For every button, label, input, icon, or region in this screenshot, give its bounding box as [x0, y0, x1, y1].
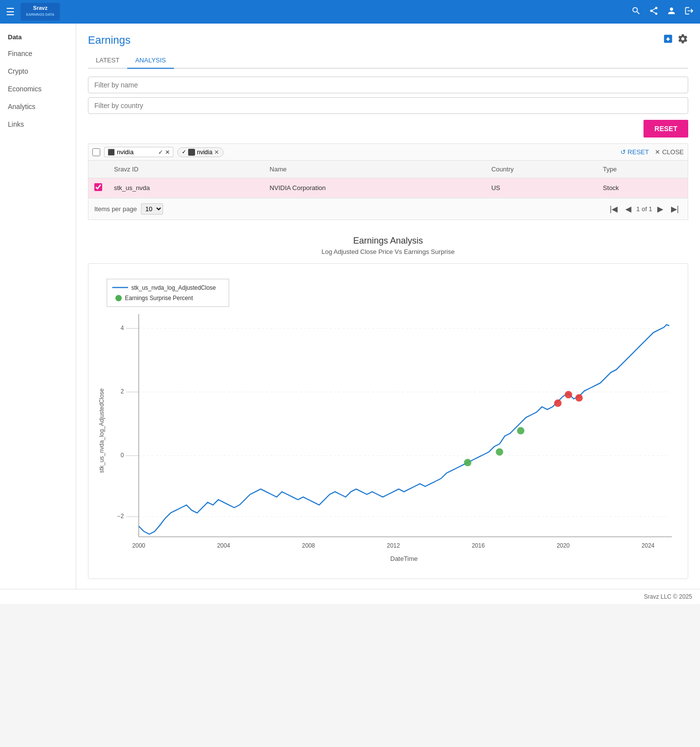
- filter-country-input[interactable]: [88, 97, 688, 114]
- table-filter-icon: ⬛: [108, 149, 115, 156]
- first-page-button[interactable]: |◀: [607, 203, 620, 215]
- row-type-cell: Stock: [597, 178, 688, 198]
- account-icon[interactable]: [667, 6, 676, 18]
- svg-text:0: 0: [121, 452, 124, 459]
- pagination-nav: |◀ ◀ 1 of 1 ▶ ▶|: [607, 203, 682, 215]
- chart-title: Earnings Analysis: [88, 236, 688, 246]
- row-country-cell: US: [485, 178, 597, 198]
- table-filter-input-wrap: ⬛ ✓ ✕: [104, 147, 173, 157]
- page-header-icons: [663, 33, 688, 47]
- svg-point-34: [554, 399, 561, 407]
- table-close-button[interactable]: ✕ CLOSE: [655, 148, 684, 156]
- chip-check-icon: ✓: [182, 149, 186, 155]
- filter-name-row: [88, 77, 688, 93]
- page-header: Earnings: [88, 33, 688, 47]
- svg-text:−2: −2: [117, 513, 124, 520]
- logout-icon[interactable]: [684, 6, 694, 18]
- chip-close-button[interactable]: ✕: [214, 149, 219, 156]
- table-col-type: Type: [597, 161, 688, 178]
- sidebar-item-crypto[interactable]: Crypto: [0, 62, 76, 80]
- filter-chip-nvidia: ✓ nvidia ✕: [177, 147, 224, 157]
- svg-text:2016: 2016: [472, 542, 485, 549]
- sidebar-item-analytics[interactable]: Analytics: [0, 98, 76, 115]
- table-filter-chip: ⬛ ✓ ✕: [104, 147, 173, 157]
- table-reset-button[interactable]: ↺ RESET: [620, 148, 649, 156]
- earnings-chart: stk_us_nvda_log_AdjustedClose Earnings S…: [96, 272, 680, 569]
- table-row[interactable]: stk_us_nvda NVIDIA Corporation US Stock: [88, 178, 688, 198]
- svg-point-36: [575, 394, 583, 401]
- svg-text:2020: 2020: [557, 542, 570, 549]
- sidebar: Data Finance Crypto Economics Analytics …: [0, 24, 76, 589]
- tabs: LATEST ANALYSIS: [88, 53, 688, 69]
- top-bar: ☰ Sravz EARNINGS DATA: [0, 0, 700, 24]
- row-checkbox-cell[interactable]: [88, 178, 108, 198]
- table-col-name: Name: [264, 161, 485, 178]
- share-icon[interactable]: [649, 6, 659, 18]
- tab-analysis[interactable]: ANALYSIS: [127, 53, 174, 69]
- tab-latest[interactable]: LATEST: [88, 53, 127, 69]
- row-name-cell: NVIDIA Corporation: [264, 178, 485, 198]
- chart-wrap: stk_us_nvda_log_AdjustedClose Earnings S…: [96, 272, 680, 571]
- footer-text: Sravz LLC © 2025: [644, 593, 692, 600]
- last-page-button[interactable]: ▶|: [668, 203, 682, 215]
- logo: Sravz EARNINGS DATA: [21, 3, 60, 21]
- reset-button[interactable]: RESET: [644, 120, 688, 138]
- table-header-row: Sravz ID Name Country Type: [88, 161, 688, 178]
- page-info: 1 of 1: [636, 205, 652, 213]
- svg-point-31: [464, 459, 471, 466]
- table-filter-actions: ↺ RESET ✕ CLOSE: [620, 148, 684, 156]
- svg-text:4: 4: [121, 325, 124, 332]
- table-row-checkbox-all[interactable]: [92, 148, 100, 156]
- svg-text:2000: 2000: [132, 542, 145, 549]
- table-filter-row: ⬛ ✓ ✕ ✓ nvidia ✕: [88, 144, 688, 161]
- svg-text:Earnings Surprise Percent: Earnings Surprise Percent: [125, 295, 193, 302]
- sidebar-item-economics[interactable]: Economics: [0, 80, 76, 98]
- results-table: Sravz ID Name Country Type stk_us_nvda: [88, 161, 688, 198]
- items-per-page-select[interactable]: 10 25 50: [141, 203, 163, 215]
- table-filter-clear-icon[interactable]: ✕: [165, 149, 170, 156]
- svg-text:2004: 2004: [217, 542, 230, 549]
- svg-text:Sravz: Sravz: [33, 5, 48, 11]
- footer: Sravz LLC © 2025: [0, 589, 700, 604]
- svg-point-35: [565, 391, 572, 398]
- svg-text:2024: 2024: [642, 542, 655, 549]
- svg-text:stk_us_nvda_log_AdjustedClose: stk_us_nvda_log_AdjustedClose: [98, 388, 105, 473]
- chart-section: Earnings Analysis Log Adjusted Close Pri…: [88, 236, 688, 579]
- table-close-icon: ✕: [655, 148, 660, 156]
- table-col-checkbox: [88, 161, 108, 178]
- filter-name-input[interactable]: [88, 77, 688, 93]
- svg-text:EARNINGS DATA: EARNINGS DATA: [26, 13, 54, 16]
- svg-text:2: 2: [121, 388, 124, 395]
- svg-rect-3: [107, 279, 229, 306]
- chart-subtitle: Log Adjusted Close Price Vs Earnings Sur…: [88, 248, 688, 255]
- reset-button-row: RESET: [88, 120, 688, 138]
- table-reset-icon: ↺: [620, 148, 626, 156]
- chip-type-icon: [188, 149, 195, 156]
- sidebar-item-links[interactable]: Links: [0, 115, 76, 133]
- table-col-country: Country: [485, 161, 597, 178]
- next-page-button[interactable]: ▶: [654, 203, 666, 215]
- data-table: ⬛ ✓ ✕ ✓ nvidia ✕: [88, 143, 688, 220]
- svg-text:DateTime: DateTime: [391, 555, 418, 562]
- download-icon[interactable]: [663, 33, 673, 47]
- main-content: Earnings LATEST ANALYSIS: [76, 24, 700, 589]
- sidebar-item-finance[interactable]: Finance: [0, 45, 76, 62]
- settings-icon[interactable]: [677, 33, 688, 47]
- chart-container: stk_us_nvda_log_AdjustedClose Earnings S…: [88, 263, 688, 579]
- table-col-id: Sravz ID: [108, 161, 264, 178]
- prev-page-button[interactable]: ◀: [622, 203, 634, 215]
- svg-text:stk_us_nvda_log_AdjustedClose: stk_us_nvda_log_AdjustedClose: [131, 284, 216, 291]
- logo-image: Sravz EARNINGS DATA: [21, 3, 60, 21]
- row-id-cell: stk_us_nvda: [108, 178, 264, 198]
- chip-label: nvidia: [197, 149, 212, 156]
- hamburger-icon[interactable]: ☰: [6, 6, 15, 18]
- svg-point-32: [496, 448, 503, 456]
- items-per-page-label: Items per page: [94, 205, 137, 213]
- table-filter-check-icon[interactable]: ✓: [158, 149, 163, 156]
- sidebar-title: Data: [0, 29, 76, 45]
- row-checkbox[interactable]: [94, 183, 102, 191]
- table-filter-input[interactable]: [117, 148, 156, 156]
- page-title: Earnings: [88, 34, 131, 47]
- search-icon[interactable]: [631, 6, 641, 18]
- top-bar-icons: [631, 6, 694, 18]
